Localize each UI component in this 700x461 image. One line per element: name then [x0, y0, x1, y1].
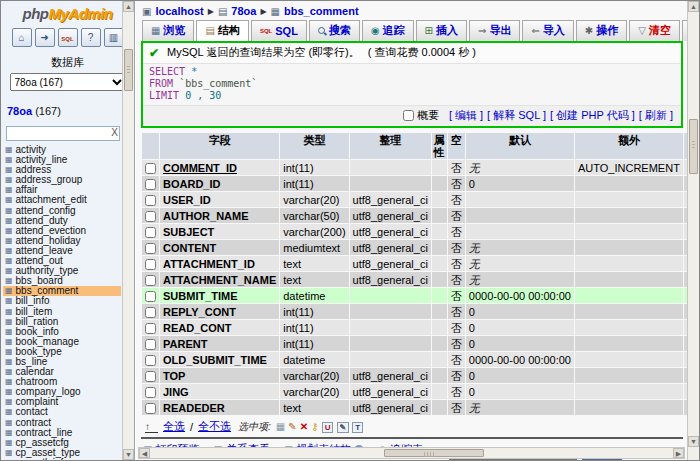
database-link[interactable]: 78oa: [7, 105, 32, 117]
horizontal-scrollbar[interactable]: ◀ ▶: [138, 447, 685, 459]
profiling-checkbox[interactable]: [403, 110, 414, 121]
field-null: 否: [448, 304, 465, 319]
tab-import[interactable]: ⇐导入: [522, 20, 573, 41]
field-row-OLD_SUBMIT_TIME: OLD_SUBMIT_TIMEdatetime否0000-00-00 00:00…: [142, 352, 687, 367]
tab-empty[interactable]: ▽清空: [629, 20, 680, 41]
sidebar-table-bill_info[interactable]: ▦bill_info: [3, 296, 121, 306]
tab-insert[interactable]: ⊞插入: [416, 20, 467, 41]
scrollbar-thumb[interactable]: [384, 449, 484, 457]
field-default: 0000-00-00 00:00:00: [466, 352, 574, 367]
sql-keyword: SELECT: [149, 66, 185, 77]
scrollbar-thumb[interactable]: [124, 49, 133, 91]
go-button[interactable]: 执行: [582, 459, 622, 460]
check-all-link[interactable]: 全选: [163, 419, 185, 434]
vertical-scrollbar[interactable]: ▲ ▼: [687, 1, 699, 460]
table-icon: ▦: [5, 226, 13, 236]
tab-structure[interactable]: ▤结构: [196, 20, 248, 41]
row-checkbox[interactable]: [145, 211, 156, 222]
table-icon: ▦: [5, 276, 13, 286]
row-checkbox[interactable]: [145, 307, 156, 318]
row-checkbox[interactable]: [145, 275, 156, 286]
logout-icon[interactable]: ➜: [35, 28, 55, 47]
field-null: 否: [448, 208, 465, 223]
scroll-down-icon[interactable]: ▼: [688, 436, 699, 447]
unique-icon[interactable]: U: [322, 422, 334, 433]
breadcrumb-table[interactable]: bbs_comment: [284, 5, 359, 17]
field-null: 否: [448, 240, 465, 255]
main-panel: ▣ localhost ▶ ▤ 78oa ▶ ▦ bbs_comment ▦浏览…: [136, 1, 699, 460]
database-table-count: (167): [35, 105, 61, 117]
change-icon[interactable]: ✎: [288, 421, 296, 432]
index-icon[interactable]: ✎: [337, 422, 350, 433]
field-name: READEDER: [160, 400, 279, 415]
row-checkbox[interactable]: [145, 339, 156, 350]
field-attributes: [432, 240, 447, 255]
edit-query-link[interactable]: [ 编辑 ]: [449, 109, 483, 121]
scrollbar-thumb[interactable]: [689, 119, 698, 174]
tab-operations[interactable]: ✱操作: [576, 20, 627, 41]
field-null: 否: [448, 192, 465, 207]
scroll-up-icon[interactable]: ▲: [123, 1, 134, 12]
field-extra: [575, 288, 683, 303]
field-attributes: [432, 224, 447, 239]
row-checkbox-cell: [142, 368, 159, 383]
row-checkbox[interactable]: [145, 163, 156, 174]
tab-export[interactable]: ⇒导出: [469, 20, 520, 41]
scroll-left-icon[interactable]: ◀: [139, 448, 150, 458]
field-type: text: [280, 272, 348, 287]
table-filter: X: [6, 126, 120, 141]
scroll-up-icon[interactable]: ▲: [688, 1, 699, 12]
field-type: int(11): [280, 176, 348, 191]
field-type: varchar(20): [280, 192, 348, 207]
clear-filter-icon[interactable]: X: [111, 127, 118, 138]
field-name: READ_CONT: [160, 320, 279, 335]
scroll-right-icon[interactable]: ▶: [673, 448, 684, 458]
row-checkbox[interactable]: [145, 291, 156, 302]
row-checkbox[interactable]: [145, 195, 156, 206]
fulltext-icon[interactable]: T: [352, 422, 363, 433]
drop-icon[interactable]: ✕: [300, 421, 308, 432]
field-row-AUTHOR_NAME: AUTHOR_NAMEvarchar(50)utf8_general_ci否▦✎…: [142, 208, 687, 223]
field-collation: [350, 176, 431, 191]
sidebar-scrollbar[interactable]: ▲ ▼: [122, 1, 134, 460]
field-row-COMMENT_ID: COMMENT_IDint(11)否无AUTO_INCREMENT▦✎✕: [142, 160, 687, 175]
row-checkbox[interactable]: [145, 323, 156, 334]
docs-icon[interactable]: ?: [81, 28, 101, 47]
tab-tracking[interactable]: ◉追踪: [362, 20, 414, 41]
uncheck-all-link[interactable]: 全不选: [198, 419, 231, 434]
primary-key-icon[interactable]: ⚷: [311, 421, 318, 432]
sql-window-icon[interactable]: SQL: [58, 28, 78, 47]
field-null: 否: [448, 336, 465, 351]
row-checkbox[interactable]: [145, 403, 156, 414]
row-checkbox[interactable]: [145, 371, 156, 382]
query-window-icon[interactable]: ▥: [104, 28, 124, 47]
scroll-down-icon[interactable]: ▼: [123, 449, 134, 460]
home-icon[interactable]: ⌂: [12, 28, 32, 47]
tab-sql[interactable]: SQLSQL: [251, 20, 307, 41]
logout-icon: ➜: [40, 32, 48, 43]
breadcrumb: ▣ localhost ▶ ▤ 78oa ▶ ▦ bbs_comment: [140, 4, 685, 20]
tab-browse[interactable]: ▦浏览: [142, 20, 194, 41]
create-php-code-link[interactable]: [ 创建 PHP 代码 ]: [550, 109, 635, 121]
tab-search[interactable]: 搜索: [309, 20, 360, 41]
table-filter-input[interactable]: [6, 126, 120, 141]
row-checkbox[interactable]: [145, 355, 156, 366]
row-checkbox[interactable]: [145, 387, 156, 398]
field-collation: utf8_general_ci: [350, 400, 431, 415]
database-select[interactable]: 78oa (167): [10, 73, 126, 91]
field-attributes: [432, 400, 447, 415]
header-default: 默认: [466, 133, 574, 159]
table-icon: ▦: [5, 387, 13, 397]
with-selected-label: 选中项:: [238, 420, 271, 434]
row-checkbox-cell: [142, 384, 159, 399]
row-checkbox[interactable]: [145, 179, 156, 190]
row-checkbox[interactable]: [145, 227, 156, 238]
breadcrumb-database[interactable]: 78oa: [231, 5, 256, 17]
browse-icon[interactable]: ▦: [276, 421, 285, 432]
row-checkbox[interactable]: [145, 259, 156, 270]
breadcrumb-server[interactable]: localhost: [155, 5, 203, 17]
after-column-select[interactable]: COMMENT_ID: [448, 459, 578, 460]
refresh-link[interactable]: [ 刷新 ]: [639, 109, 673, 121]
row-checkbox[interactable]: [145, 243, 156, 254]
explain-sql-link[interactable]: [ 解释 SQL ]: [487, 109, 546, 121]
